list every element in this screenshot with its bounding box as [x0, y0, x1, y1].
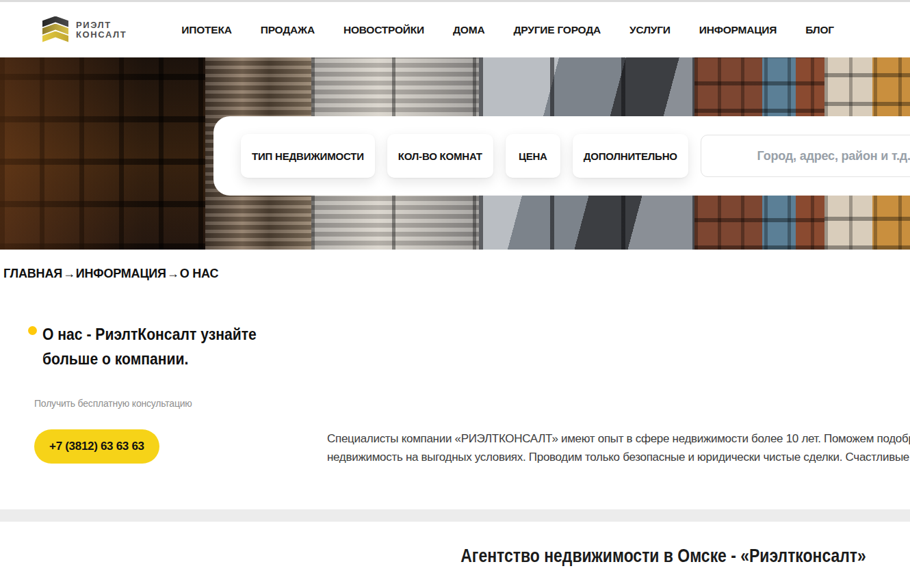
filter-additional-button[interactable]: ДОПОЛНИТЕЛЬНО	[573, 134, 688, 178]
about-paragraph: Специалисты компании «РИЭЛТКОНСАЛТ» имею…	[327, 429, 910, 466]
about-paragraph-line1: Специалисты компании «РИЭЛТКОНСАЛТ» имею…	[327, 429, 910, 448]
hero-building-dark-facade	[0, 57, 205, 250]
search-panel: ТИП НЕДВИЖИМОСТИ КОЛ-ВО КОМНАТ ЦЕНА ДОПО…	[213, 116, 910, 196]
hero-banner: ТИП НЕДВИЖИМОСТИ КОЛ-ВО КОМНАТ ЦЕНА ДОПО…	[0, 57, 910, 250]
breadcrumb-current: О НАС	[180, 267, 219, 281]
breadcrumb-arrow-icon: →	[63, 267, 75, 281]
brand-name-line1: РИЭЛТ	[76, 21, 127, 30]
brand-name: РИЭЛТ КОНСАЛТ	[76, 21, 127, 40]
page-title-line2: больше о компании.	[42, 347, 257, 371]
nav-item-information[interactable]: ИНФОРМАЦИЯ	[699, 24, 777, 36]
breadcrumb-home[interactable]: ГЛАВНАЯ	[3, 267, 62, 281]
breadcrumb-information[interactable]: ИНФОРМАЦИЯ	[76, 267, 166, 281]
nav-item-blog[interactable]: БЛОГ	[805, 24, 834, 36]
agency-heading: Агентство недвижимости в Омске - «Риэлтк…	[0, 546, 910, 567]
brand-logo[interactable]: РИЭЛТ КОНСАЛТ	[42, 16, 127, 44]
filter-rooms-button[interactable]: КОЛ-ВО КОМНАТ	[387, 134, 493, 178]
brand-chevrons-icon	[42, 16, 70, 44]
page: РИЭЛТ КОНСАЛТ ИПОТЕКА ПРОДАЖА НОВОСТРОЙК…	[0, 0, 910, 588]
filter-price-button[interactable]: ЦЕНА	[506, 134, 560, 178]
breadcrumb-arrow-icon: →	[167, 267, 179, 281]
main-nav: ИПОТЕКА ПРОДАЖА НОВОСТРОЙКИ ДОМА ДРУГИЕ …	[181, 24, 834, 36]
about-paragraph-line2: недвижимость на выгодных условиях. Прово…	[327, 448, 910, 466]
page-title: О нас - РиэлтКонсалт узнайте больше о ко…	[42, 322, 285, 371]
bullet-icon	[28, 326, 37, 335]
nav-item-sale[interactable]: ПРОДАЖА	[261, 24, 315, 36]
nav-item-services[interactable]: УСЛУГИ	[629, 24, 671, 36]
page-title-line1: О нас - РиэлтКонсалт узнайте	[42, 322, 257, 347]
nav-item-new-buildings[interactable]: НОВОСТРОЙКИ	[343, 24, 424, 36]
section-divider	[0, 509, 910, 522]
browser-viewport: РИЭЛТ КОНСАЛТ ИПОТЕКА ПРОДАЖА НОВОСТРОЙК…	[0, 0, 910, 588]
location-search-input[interactable]	[701, 135, 910, 177]
nav-item-mortgage[interactable]: ИПОТЕКА	[181, 24, 231, 36]
brand-name-line2: КОНСАЛТ	[76, 30, 127, 40]
breadcrumb: ГЛАВНАЯ → ИНФОРМАЦИЯ → О НАС	[3, 267, 218, 281]
nav-item-houses[interactable]: ДОМА	[453, 24, 484, 36]
filter-property-type-button[interactable]: ТИП НЕДВИЖИМОСТИ	[241, 134, 375, 178]
consultation-label: Получить бесплатную консультацию	[34, 398, 192, 409]
phone-button[interactable]: +7 (3812) 63 63 63	[34, 429, 159, 464]
header: РИЭЛТ КОНСАЛТ ИПОТЕКА ПРОДАЖА НОВОСТРОЙК…	[0, 2, 910, 57]
nav-item-other-cities[interactable]: ДРУГИЕ ГОРОДА	[513, 24, 601, 36]
